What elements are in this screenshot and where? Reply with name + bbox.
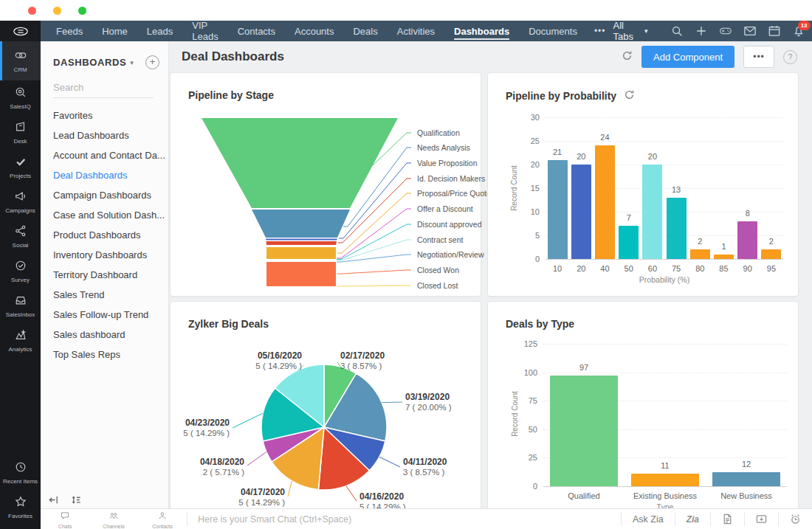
app-switcher-icon[interactable] — [0, 21, 41, 41]
bar-50[interactable] — [619, 226, 639, 259]
funnel-segment-qualification[interactable] — [202, 118, 398, 208]
rail-item-campaigns[interactable]: Campaigns — [0, 184, 41, 219]
bar-85[interactable] — [714, 255, 734, 259]
minimize-window-button[interactable] — [53, 7, 61, 15]
rail-item-label: SalesInbox — [6, 311, 35, 318]
all-tabs-dropdown[interactable]: All Tabs ▾ — [613, 20, 648, 42]
calendar-icon[interactable] — [768, 25, 780, 38]
dashboard-item-product-dashboards[interactable]: Product Dashboards — [41, 225, 168, 245]
nav-tab-activities[interactable]: Activities — [388, 21, 444, 41]
bar-60[interactable] — [642, 165, 662, 259]
rail-item-projects[interactable]: Projects — [0, 150, 41, 184]
pie-label-03-19-2020: 03/19/20207 ( 20.00% ) — [405, 392, 452, 412]
dashboard-item-campaign-dashboards[interactable]: Campaign Dashboards — [41, 185, 168, 205]
search-icon[interactable] — [671, 25, 683, 38]
alarm-icon[interactable] — [779, 509, 812, 529]
help-icon[interactable]: ? — [783, 50, 797, 64]
ask-zia-button[interactable]: Ask Zia — [622, 509, 675, 529]
contacts-icon — [158, 510, 167, 523]
bar-95[interactable] — [761, 249, 781, 259]
bar-10[interactable] — [548, 160, 568, 259]
smart-chat-input[interactable] — [187, 509, 621, 529]
import-icon[interactable] — [745, 509, 778, 529]
pie-label-date: 04/23/2020 — [183, 418, 230, 428]
chatbar-item-label: Contacts — [152, 524, 173, 529]
dashboard-item-top-sales-reps[interactable]: Top Sales Reps — [41, 345, 168, 364]
dashboard-item-deal-dashboards[interactable]: Deal Dashboards — [41, 165, 168, 185]
chart-refresh-icon[interactable] — [624, 89, 635, 103]
funnel-segment-closed-won[interactable] — [266, 262, 336, 286]
chevron-down-icon[interactable]: ▾ — [130, 59, 134, 66]
rail-item-survey[interactable]: Survey — [0, 254, 41, 288]
dashboard-item-sales-follow-up-trend[interactable]: Sales Follow-up Trend — [41, 305, 168, 325]
page-title: Deal Dashboards — [182, 49, 284, 64]
funnel-segment-value-proposition[interactable] — [266, 239, 337, 241]
refresh-icon[interactable] — [622, 50, 633, 64]
zoom-window-button[interactable] — [78, 7, 86, 15]
nav-tab-home[interactable]: Home — [92, 21, 137, 41]
nav-tab-documents[interactable]: Documents — [519, 21, 587, 41]
dashboard-item-inventory-dashboards[interactable]: Inventory Dashboards — [41, 245, 168, 265]
dashboard-search-input[interactable] — [53, 80, 154, 98]
y-tick-label: 0 — [517, 255, 540, 263]
nav-tab-leads[interactable]: Leads — [137, 21, 182, 41]
rail-item-desk[interactable]: Desk — [0, 115, 41, 150]
rail-item-recent-items[interactable]: Recent Items — [0, 455, 41, 490]
nav-tab-dashboards[interactable]: Dashboards — [444, 21, 519, 41]
rail-item-salesiq[interactable]: SalesIQ — [0, 80, 41, 115]
chatbar-channels[interactable]: Channels — [89, 509, 138, 529]
dashboard-item-account-and-contact-da[interactable]: Account and Contact Da... — [41, 145, 168, 165]
nav-tab-vip-leads[interactable]: VIP Leads — [182, 21, 227, 41]
bar-80[interactable] — [690, 249, 710, 259]
bar-40[interactable] — [595, 145, 615, 259]
sort-list-icon[interactable] — [71, 494, 82, 508]
x-tick-label: New Business — [706, 491, 787, 500]
collapse-panel-icon[interactable] — [48, 494, 59, 508]
add-dashboard-button[interactable]: + — [145, 55, 159, 69]
notifications-icon[interactable]: 13 — [793, 25, 805, 38]
zia-icon[interactable]: Zia — [675, 509, 710, 529]
funnel-segment-id-decision-makers[interactable] — [266, 241, 337, 245]
bar-90[interactable] — [737, 221, 757, 259]
dashboard-item-case-and-solution-dash[interactable]: Case and Solution Dash... — [41, 205, 168, 225]
gridline — [543, 373, 787, 373]
bar-new-business[interactable] — [712, 472, 780, 486]
dashboard-item-sales-trend[interactable]: Sales Trend — [41, 285, 168, 305]
funnel-stage-label-needs-analysis: Needs Analysis — [417, 143, 470, 152]
gamescope-icon[interactable] — [720, 25, 732, 38]
mail-icon[interactable] — [744, 25, 756, 38]
bar-qualified[interactable] — [550, 376, 618, 486]
chatbar-chats[interactable]: Chats — [41, 509, 89, 529]
rail-item-salesinbox[interactable]: SalesInbox — [0, 288, 41, 323]
header-more-button[interactable]: ••• — [743, 46, 774, 68]
nav-tab-feeds[interactable]: Feeds — [47, 21, 92, 41]
nav-tab-deals[interactable]: Deals — [343, 21, 387, 41]
funnel-segment-needs-analysis[interactable] — [252, 210, 350, 238]
dashboard-item-lead-dashboards[interactable]: Lead Dashboards — [41, 125, 168, 145]
nav-right: All Tabs ▾ 13 — [613, 21, 812, 41]
bar-value-label: 20 — [641, 152, 664, 161]
bar-existing-business[interactable] — [631, 474, 699, 486]
bar-75[interactable] — [667, 198, 687, 259]
nav-more-button[interactable]: ••• — [587, 21, 613, 41]
document-icon[interactable] — [711, 509, 744, 529]
dashboard-item-favorites[interactable]: Favorites — [41, 106, 168, 125]
funnel-segment-proposal-price-quote[interactable] — [266, 247, 336, 259]
funnel-leader-line — [337, 286, 411, 286]
rail-item-analytics[interactable]: Analytics — [0, 323, 41, 358]
add-component-button[interactable]: Add Component — [641, 46, 734, 68]
rail-item-crm[interactable]: CRM — [0, 41, 41, 80]
chatbar-contacts[interactable]: Contacts — [138, 509, 187, 529]
bar-20[interactable] — [571, 165, 591, 259]
nav-tab-accounts[interactable]: Accounts — [285, 21, 343, 41]
close-window-button[interactable] — [28, 7, 36, 15]
y-tick-label: 125 — [515, 339, 537, 348]
quick-add-icon[interactable] — [695, 25, 707, 38]
rail-item-social[interactable]: Social — [0, 219, 41, 254]
dashboard-item-sales-dashboard[interactable]: Sales dashboard — [41, 325, 168, 345]
panel-title[interactable]: DASHBOARDS — [53, 57, 126, 68]
dashboard-item-territory-dashboard[interactable]: Territory Dashboard — [41, 265, 168, 285]
nav-tab-contacts[interactable]: Contacts — [228, 21, 285, 41]
rail-item-favorites[interactable]: Favorites — [0, 490, 41, 525]
bar-value-label: 8 — [736, 209, 760, 218]
